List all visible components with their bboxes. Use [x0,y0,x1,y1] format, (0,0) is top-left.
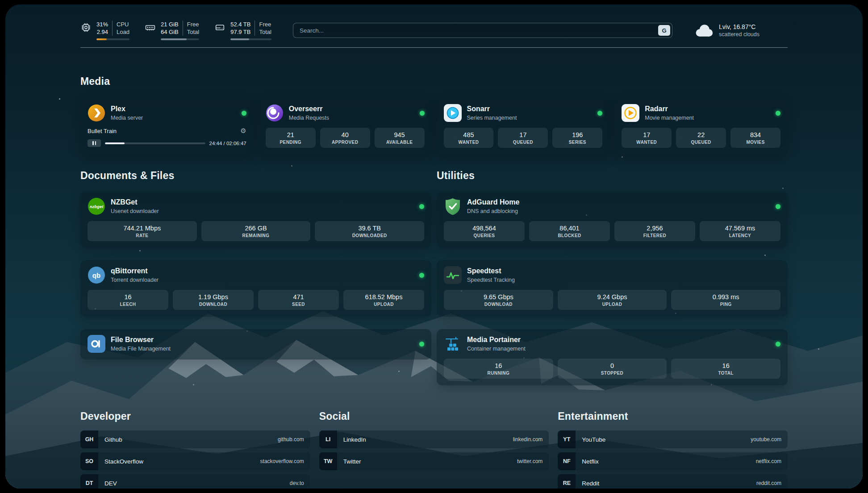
playback-time: 24:44 / 02:06:47 [209,141,246,146]
service-subtitle: Series management [467,115,517,121]
stat-queued: 17 QUEUED [498,128,548,148]
stat-upload: 618.52 Mbps UPLOAD [343,290,424,310]
bookmark-url: linkedin.com [513,436,543,443]
stat-value: 0.993 ms [673,293,779,301]
stat-label: MOVIES [732,140,779,145]
stat-downloaded: 39.6 TB DOWNLOADED [315,221,424,241]
cpu-label-2: Load [117,28,129,36]
bookmark-name: Twitter [343,458,361,465]
bookmark-stackoverflow[interactable]: SO StackOverflow stackoverflow.com [80,452,310,470]
search-input[interactable] [293,23,672,38]
service-name: qBittorrent [111,267,159,275]
memory-bar [161,38,199,40]
stat-label: SERIES [554,140,601,145]
stat-latency: 47.569 ms LATENCY [700,221,780,241]
stat-value: 17 [500,131,546,138]
nzbget-icon: nzbget [88,197,105,215]
service-name: Speedtest [467,267,515,275]
status-dot [597,111,602,116]
service-card-overseerr[interactable]: Overseerr Media Requests 21 PENDING 40 A… [259,98,432,155]
bookmark-netflix[interactable]: NF Netflix netflix.com [558,452,788,470]
stat-download: 9.65 Gbps DOWNLOAD [444,290,553,310]
stat-label: LATENCY [701,233,779,238]
svg-text:qb: qb [92,272,100,279]
weather-condition: scattered clouds [719,31,760,38]
stat-value: 266 GB [203,225,309,232]
disk-icon [214,22,225,33]
stat-label: DOWNLOADED [317,233,422,238]
stat-wanted: 17 WANTED [622,128,672,148]
status-dot [776,204,780,209]
service-name: Plex [111,105,143,113]
reddit-abbr-icon: RE [558,474,576,489]
bookmark-twitter[interactable]: TW Twitter twitter.com [319,452,549,470]
service-name: AdGuard Home [467,198,519,206]
stat-pending: 21 PENDING [266,128,316,148]
stat-blocked: 86,401 BLOCKED [529,221,610,241]
speedtest-icon [444,266,462,284]
bookmark-github[interactable]: GH Github github.com [80,430,310,448]
bookmark-url: stackoverflow.com [260,458,304,464]
stat-value: 16 [446,362,551,369]
stat-running: 16 RUNNING [444,359,553,379]
bookmark-name: LinkedIn [343,436,366,443]
pause-button[interactable] [88,139,101,147]
stat-queries: 498,564 QUERIES [444,221,525,241]
service-name: File Browser [111,336,171,344]
service-subtitle: DNS and adblocking [467,208,519,214]
service-subtitle: Media Requests [289,115,329,121]
cpu-widget: 31% 2.94 CPU Load [80,21,129,40]
service-card-filebrowser[interactable]: File Browser Media File Management [80,329,431,359]
stat-stopped: 0 STOPPED [558,359,667,379]
stat-label: UPLOAD [559,302,665,307]
stat-label: RATE [89,233,195,238]
stat-value: 22 [678,131,724,138]
service-name: Overseerr [289,105,329,113]
stat-upload: 9.24 Gbps UPLOAD [558,290,667,310]
bookmark-name: Github [104,436,122,443]
service-card-adguard[interactable]: AdGuard Home DNS and adblocking 498,564 … [437,192,788,248]
section-media: Media Plex [80,75,788,155]
stat-value: 834 [732,131,779,138]
stat-movies: 834 MOVIES [730,128,780,148]
service-subtitle: Media File Management [111,346,171,352]
system-widgets: 31% 2.94 CPU Load [80,21,271,40]
gear-icon[interactable]: ⚙ [240,127,246,135]
section-title-media: Media [80,75,788,88]
stackoverflow-abbr-icon: SO [80,452,98,470]
stat-label: QUERIES [446,233,523,238]
service-card-radarr[interactable]: Radarr Movie management 17 WANTED 22 QUE… [614,98,788,155]
bookmark-dev[interactable]: DT DEV dev.to [80,474,310,489]
service-card-sonarr[interactable]: Sonarr Series management 485 WANTED 17 Q… [437,98,610,155]
playback-progress-bar[interactable] [105,142,205,144]
stat-value: 9.65 Gbps [446,293,551,301]
disk-total-value: 97.9 TB [230,28,250,36]
stat-label: APPROVED [322,140,368,145]
service-subtitle: Media server [111,115,143,121]
section-title-developer: Developer [80,410,310,422]
filebrowser-icon [88,335,105,353]
service-card-nzbget[interactable]: nzbget NZBGet Usenet downloader 744.21 M… [80,192,431,248]
bookmark-youtube[interactable]: YT YouTube youtube.com [558,430,788,448]
disk-free-value: 52.4 TB [230,21,250,28]
status-dot [419,273,424,278]
stat-value: 618.52 Mbps [345,293,422,301]
stat-label: AVAILABLE [376,140,423,145]
section-documents: Documents & Files nzbget NZBGet Usenet d [80,170,431,385]
cpu-label-1: CPU [117,21,129,28]
service-card-portainer[interactable]: Media Portainer Container management 16 … [437,329,788,385]
service-card-plex[interactable]: Plex Media server Bullet Train ⚙ 24:44 /… [80,98,254,155]
stat-label: WANTED [623,140,670,145]
bookmark-group-entertainment: Entertainment YT YouTube youtube.com NF … [558,410,788,489]
cpu-bar [96,38,129,40]
stat-label: WANTED [446,140,492,145]
service-card-qbittorrent[interactable]: qb qBittorrent Torrent downloader 16 LEE… [80,260,431,317]
bookmark-url: dev.to [290,480,304,486]
bookmark-reddit[interactable]: RE Reddit reddit.com [558,474,788,489]
service-card-speedtest[interactable]: Speedtest Speedtest Tracking 9.65 Gbps D… [437,260,788,317]
service-subtitle: Speedtest Tracking [467,277,515,283]
stat-queued: 22 QUEUED [676,128,726,148]
memory-free-label: Free [187,21,199,28]
bookmark-linkedin[interactable]: LI LinkedIn linkedin.com [319,430,549,448]
search-provider-button[interactable]: G [658,25,670,36]
